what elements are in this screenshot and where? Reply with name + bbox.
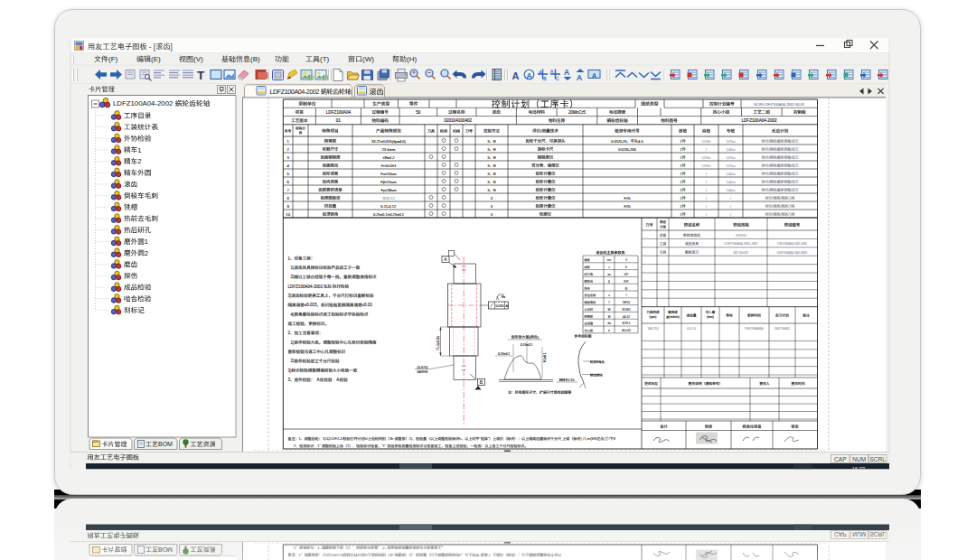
svg-text:]: ] <box>171 43 173 51</box>
svg-text:0.5±0.1: 0.5±0.1 <box>543 352 547 362</box>
svg-text:LDFZ100A04: LDFZ100A04 <box>326 110 352 115</box>
svg-text:020104100402: 020104100402 <box>444 118 472 123</box>
svg-text:BOM: BOM <box>158 441 173 447</box>
svg-text:0.01/0-25: 0.01/0-25 <box>611 139 627 144</box>
svg-text:A: A <box>512 70 520 81</box>
svg-text:0.02/0-200: 0.02/0-200 <box>618 147 636 152</box>
svg-text:Fα≤10um: Fα≤10um <box>380 172 397 176</box>
svg-text:0.11-0.12: 0.11-0.12 <box>380 204 397 209</box>
svg-text:≤Ra3.2: ≤Ra3.2 <box>382 155 395 160</box>
svg-text:(F): (F) <box>108 55 118 63</box>
svg-text:23.5mm: 23.5mm <box>382 147 396 152</box>
svg-text:2): 2) <box>291 359 296 363</box>
svg-text:LDFZ100A04(h): LDFZ100A04(h) <box>745 327 764 331</box>
svg-text:(rpm): (rpm) <box>650 315 657 319</box>
svg-text:1/2ha: 1/2ha <box>727 139 737 144</box>
svg-text:A: A <box>564 68 569 77</box>
svg-text:C: C <box>556 76 559 81</box>
svg-text:20°: 20° <box>624 273 630 276</box>
svg-text:0.25±0.1: 0.25±0.1 <box>498 352 510 356</box>
svg-text:Fr≤0.033: Fr≤0.033 <box>381 163 397 168</box>
svg-text:A: A <box>527 71 532 80</box>
svg-text:1": 1" <box>317 443 322 448</box>
svg-text:1/2ha: 1/2ha <box>727 163 737 168</box>
svg-text:1/2hh: 1/2hh <box>702 155 711 160</box>
svg-text:(W): (W) <box>362 55 374 63</box>
svg-text:LDFZ-D: LDFZ-D <box>330 436 343 441</box>
svg-text:R: R <box>493 188 496 192</box>
svg-text:a: a <box>608 329 610 332</box>
svg-text:1/4ha: 1/4ha <box>727 188 737 192</box>
svg-text:A: A <box>592 72 596 79</box>
svg-text:71.5±0.05: 71.5±0.05 <box>436 336 440 350</box>
svg-text:LDFZ100A04-2002-BJ0: LDFZ100A04-2002-BJ0 <box>288 285 333 289</box>
svg-text:B: B <box>543 76 547 81</box>
svg-text:GB10: GB10 <box>623 301 630 304</box>
svg-text:160-210: 160-210 <box>647 327 658 331</box>
svg-text:50: 50 <box>416 110 421 115</box>
svg-text:αn: αn <box>607 273 611 276</box>
svg-text:0.25±0.1×0.25±0.1: 0.25±0.1×0.25±0.1 <box>373 212 405 217</box>
svg-text:mn: mn <box>607 258 612 262</box>
svg-text:h: h <box>459 436 461 441</box>
svg-text:Φ28.3: Φ28.3 <box>623 322 631 325</box>
svg-text:3: 3 <box>625 258 627 262</box>
svg-text:3h: 3h <box>389 436 395 441</box>
svg-text:20MnCr5: 20MnCr5 <box>568 110 586 115</box>
svg-text:6: 6 <box>625 266 627 269</box>
svg-text:da: da <box>607 322 611 325</box>
svg-text:0.25±0.1: 0.25±0.1 <box>521 343 532 347</box>
svg-text:/: / <box>626 294 627 297</box>
svg-text:NUM: NUM <box>852 456 866 462</box>
svg-text:3): 3) <box>288 294 293 298</box>
svg-text:≤0.015: ≤0.015 <box>305 303 317 307</box>
svg-text:01: 01 <box>336 118 342 123</box>
svg-text:LDFZ100A04-2002-J001: LDFZ100A04-2002-J001 <box>777 242 807 246</box>
svg-text:LDFZ100A04-2002: LDFZ100A04-2002 <box>113 99 174 107</box>
svg-text:(B): (B) <box>250 55 260 63</box>
svg-text:1): 1) <box>291 266 296 270</box>
svg-text:(m/min): (m/min) <box>670 315 680 319</box>
svg-text:"1": "1" <box>381 443 387 448</box>
svg-text:W: W <box>608 308 611 312</box>
svg-text:A: A <box>333 378 341 382</box>
svg-text:1/2hh: 1/2hh <box>702 163 711 168</box>
svg-text:(mm): (mm) <box>707 315 714 319</box>
svg-text:Φ28.12: Φ28.12 <box>382 196 395 201</box>
svg-text:(0.675): (0.675) <box>418 366 429 369</box>
svg-text:2: 2 <box>137 157 141 165</box>
svg-text:R: R <box>493 139 496 144</box>
svg-text:Fβ≤15um: Fβ≤15um <box>380 180 397 184</box>
svg-text:≤0.01: ≤0.01 <box>362 303 373 307</box>
svg-text:SZJN.LDFZ100A04-2002.50.01: SZJN.LDFZ100A04-2002.50.01 <box>754 102 805 107</box>
svg-text:SCRL: SCRL <box>869 456 886 462</box>
svg-text:M2.25×20°: M2.25×20° <box>734 251 749 255</box>
svg-text:F25: F25 <box>624 196 632 201</box>
svg-text:LDFZ100A04-2002: LDFZ100A04-2002 <box>270 89 321 96</box>
svg-text:M: M <box>608 315 611 319</box>
svg-text:- [: - [ <box>147 43 156 51</box>
svg-text:F25: F25 <box>624 204 632 209</box>
svg-text:1: 1 <box>137 146 141 154</box>
svg-text:0.5-1.0: 0.5-1.0 <box>687 327 696 331</box>
svg-text:): ) <box>580 436 582 441</box>
svg-text:,m(6%: ,m(6% <box>587 436 597 441</box>
svg-text:R: R <box>493 147 496 152</box>
svg-text:CAP: CAP <box>834 456 847 462</box>
svg-text:A: A <box>539 70 542 75</box>
svg-text:1/20h: 1/20h <box>702 139 711 144</box>
svg-text:T: T <box>197 69 205 82</box>
svg-text:1): 1) <box>291 341 296 345</box>
svg-text:R: R <box>493 172 496 176</box>
svg-text:2002 100402: 2002 100402 <box>774 327 790 331</box>
svg-text:YK3132: YK3132 <box>736 234 746 238</box>
svg-text:(T): (T) <box>320 55 330 63</box>
svg-text:Ra: Ra <box>502 295 505 299</box>
svg-text:2: 2 <box>145 249 148 257</box>
svg-text:1/4ha: 1/4ha <box>727 172 737 176</box>
svg-text:A: A <box>577 73 582 82</box>
svg-text:LDFZ100A04-2002: LDFZ100A04-2002 <box>742 118 778 123</box>
svg-text:8°6′: 8°6′ <box>624 280 629 284</box>
svg-text:1: 1 <box>145 238 148 246</box>
svg-text:R: R <box>493 155 496 160</box>
